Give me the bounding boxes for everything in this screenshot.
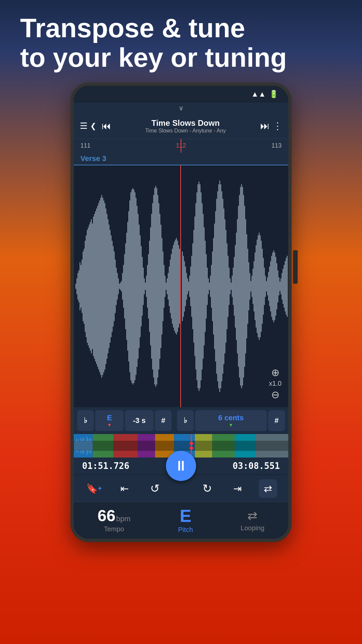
waveform-container[interactable]: ⊕ x1.0 ⊖ xyxy=(74,165,288,407)
svg-rect-38 xyxy=(114,251,115,321)
svg-rect-13 xyxy=(88,227,88,345)
svg-rect-7 xyxy=(82,259,82,313)
add-bookmark-button[interactable]: 🔖 + xyxy=(85,479,103,498)
svg-rect-148 xyxy=(230,278,231,294)
svg-rect-106 xyxy=(186,273,187,300)
svg-rect-40 xyxy=(116,267,117,305)
svg-rect-219 xyxy=(74,441,75,450)
bottom-nav-tempo[interactable]: 66 bpm Tempo xyxy=(98,508,130,533)
svg-rect-155 xyxy=(237,219,238,354)
total-time: 03:08.551 xyxy=(233,461,280,471)
bottom-nav-pitch[interactable]: E Pitch xyxy=(178,507,193,534)
svg-rect-157 xyxy=(239,195,240,378)
back-icon[interactable]: ❮ xyxy=(90,122,96,130)
svg-rect-230 xyxy=(86,440,86,451)
svg-rect-97 xyxy=(175,239,176,333)
svg-rect-37 xyxy=(113,246,114,326)
zoom-in-button[interactable]: ⊕ xyxy=(271,367,280,378)
svg-rect-16 xyxy=(91,219,92,354)
play-pause-button[interactable]: ⏸ xyxy=(166,451,196,481)
rewind-button[interactable]: ↺ xyxy=(145,479,164,498)
svg-rect-107 xyxy=(187,278,188,294)
svg-rect-158 xyxy=(240,187,241,386)
svg-rect-29 xyxy=(105,203,105,370)
semitones-label: -3 s xyxy=(133,416,146,425)
key-button[interactable]: E ▼ xyxy=(95,410,124,431)
svg-rect-3 xyxy=(77,273,78,300)
go-bookmark-left-icon: ⇤ xyxy=(120,483,129,494)
skip-next-button[interactable]: ⏭ xyxy=(260,120,269,131)
svg-rect-198 xyxy=(282,273,282,300)
pull-indicator[interactable]: ∨ xyxy=(74,103,288,113)
svg-rect-12 xyxy=(87,230,87,342)
rewind-icon: ↺ xyxy=(150,482,160,495)
battery-icon: 🔋 xyxy=(269,90,278,99)
svg-rect-200 xyxy=(284,265,285,308)
svg-rect-72 xyxy=(149,240,150,332)
svg-rect-226 xyxy=(82,440,82,451)
svg-rect-227 xyxy=(83,437,83,454)
svg-rect-122 xyxy=(203,214,203,359)
svg-rect-131 xyxy=(212,251,213,321)
svg-rect-55 xyxy=(131,190,132,383)
svg-rect-85 xyxy=(163,251,163,321)
svg-rect-23 xyxy=(98,203,99,370)
svg-rect-225 xyxy=(81,438,81,453)
svg-rect-81 xyxy=(159,203,159,370)
svg-rect-46 xyxy=(122,273,123,300)
forward-button[interactable]: ↻ xyxy=(198,479,217,498)
svg-rect-143 xyxy=(225,219,225,354)
go-bookmark-left-button[interactable]: ⇤ xyxy=(115,479,134,498)
sharp-right-label: # xyxy=(275,416,279,425)
go-bookmark-right-button[interactable]: ⇥ xyxy=(228,479,247,498)
menu-icon[interactable]: ☰ xyxy=(80,121,87,131)
svg-rect-73 xyxy=(150,227,151,345)
cents-button[interactable]: 6 cents ▼ xyxy=(195,410,267,431)
playhead-ruler-line xyxy=(181,139,181,153)
svg-rect-51 xyxy=(127,222,128,351)
time-transport-wrapper: 01:51.726 03:08.551 ⏸ xyxy=(74,458,288,474)
sharp-right-button[interactable]: # xyxy=(268,410,285,431)
wifi-icon: ▲▲ xyxy=(251,90,266,99)
tempo-value: 66 xyxy=(98,508,115,524)
skip-prev-button[interactable]: ⏮ xyxy=(102,120,111,131)
sharp-mid-button[interactable]: # xyxy=(155,410,172,431)
svg-rect-75 xyxy=(152,203,153,370)
header-title-area: Time Slows Down Time Slows Down - Anytun… xyxy=(114,118,257,134)
track-subtitle: Time Slows Down - Anytune - Any xyxy=(114,128,257,134)
flat-left-button[interactable]: ♭ xyxy=(77,410,94,431)
svg-rect-105 xyxy=(185,266,186,306)
loop-button[interactable]: ⇄ xyxy=(259,479,277,498)
semitones-button[interactable]: -3 s xyxy=(125,410,154,431)
svg-rect-68 xyxy=(145,282,146,290)
svg-rect-232 xyxy=(88,439,88,453)
svg-rect-96 xyxy=(174,242,175,331)
svg-rect-102 xyxy=(182,251,183,321)
bottom-nav-looping[interactable]: ⇄ Looping xyxy=(241,509,264,532)
svg-rect-32 xyxy=(108,219,108,354)
svg-rect-52 xyxy=(128,211,129,362)
svg-rect-180 xyxy=(263,258,264,315)
svg-rect-178 xyxy=(261,240,261,332)
zoom-out-button[interactable]: ⊖ xyxy=(271,389,280,400)
chevron-down-icon: ∨ xyxy=(179,104,184,112)
svg-rect-166 xyxy=(248,262,249,310)
svg-rect-192 xyxy=(276,257,276,316)
waveform-svg xyxy=(74,165,288,407)
svg-rect-98 xyxy=(176,238,177,334)
pitch-label: Pitch xyxy=(178,526,193,534)
svg-rect-74 xyxy=(151,214,152,359)
flat-right-button[interactable]: ♭ xyxy=(177,410,194,431)
key-label: E xyxy=(107,414,112,422)
add-bookmark-icon: 🔖 xyxy=(86,483,98,494)
status-bar: ▲▲ 🔋 xyxy=(74,86,288,103)
svg-rect-48 xyxy=(124,254,125,318)
tempo-unit: bpm xyxy=(116,515,130,523)
svg-rect-201 xyxy=(285,261,286,312)
svg-rect-130 xyxy=(211,265,212,308)
svg-rect-99 xyxy=(177,240,178,332)
svg-rect-145 xyxy=(227,243,227,329)
svg-rect-121 xyxy=(202,203,202,370)
more-options-button[interactable]: ⋮ xyxy=(273,120,282,131)
svg-rect-92 xyxy=(170,259,171,313)
